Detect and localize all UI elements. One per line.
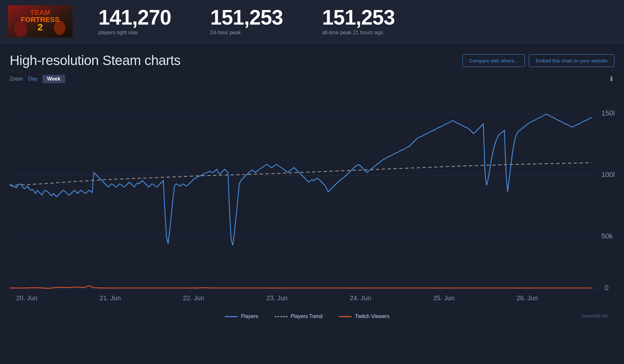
legend-twitch-label: Twitch Viewers (355, 314, 389, 319)
stat-label-now: players right now (98, 30, 171, 36)
stat-24h-peak: 151,253 24-hour peak (197, 7, 296, 36)
svg-text:0: 0 (605, 284, 608, 292)
legend-footer: Players Players Trend Twitch Viewers Ste… (10, 308, 614, 322)
svg-text:50k: 50k (601, 232, 613, 240)
svg-text:20. Jun: 20. Jun (16, 294, 37, 302)
zoom-day-button[interactable]: Day (28, 76, 37, 82)
stat-label-alltime: all-time peak 21 hours ago (322, 30, 395, 36)
embed-button[interactable]: Embed this chart on your website (529, 54, 614, 67)
game-logo: TEAM FORTRESS 2 (8, 5, 73, 38)
svg-point-4 (14, 21, 27, 38)
svg-text:25. Jun: 25. Jun (433, 294, 454, 302)
legend-trend-label: Players Trend (291, 314, 323, 319)
header: TEAM FORTRESS 2 141,270 players right no… (0, 0, 624, 43)
svg-text:23. Jun: 23. Jun (267, 294, 288, 302)
zoom-label: Zoom (10, 76, 23, 82)
legend-players-label: Players (241, 314, 258, 319)
svg-point-5 (54, 21, 65, 35)
svg-text:2: 2 (38, 22, 43, 32)
svg-text:100k: 100k (601, 171, 614, 179)
compare-button[interactable]: Compare with others... (462, 54, 525, 67)
steamdb-credit: SteamDB.info (582, 312, 611, 318)
svg-text:21. Jun: 21. Jun (100, 294, 121, 302)
legend-players: Players (225, 314, 258, 319)
svg-text:150k: 150k (601, 109, 614, 117)
chart-legend: Players Players Trend Twitch Viewers (225, 308, 389, 322)
players-line-icon (225, 316, 238, 317)
chart-title: High-resolution Steam charts (10, 53, 181, 68)
stat-number-24h: 151,253 (210, 7, 283, 28)
svg-text:22. Jun: 22. Jun (183, 294, 204, 302)
stat-number-alltime: 151,253 (322, 7, 395, 28)
twitch-line-icon (339, 316, 352, 317)
download-icon[interactable]: ⬇ (609, 75, 614, 83)
stat-alltime-peak: 151,253 all-time peak 21 hours ago (309, 7, 408, 36)
header-buttons: Compare with others... Embed this chart … (462, 54, 614, 67)
legend-trend: Players Trend (275, 314, 323, 319)
svg-text:24. Jun: 24. Jun (350, 294, 371, 302)
svg-text:26. Jun: 26. Jun (516, 294, 538, 302)
stat-number-now: 141,270 (98, 7, 171, 28)
stat-label-24h: 24-hour peak (210, 30, 283, 36)
zoom-controls: Zoom Day Week ⬇ (10, 75, 614, 83)
chart-header: High-resolution Steam charts Compare wit… (10, 53, 614, 68)
legend-twitch: Twitch Viewers (339, 314, 389, 319)
main-content: High-resolution Steam charts Compare wit… (0, 43, 624, 328)
zoom-week-button[interactable]: Week (42, 75, 65, 83)
svg-rect-6 (10, 88, 595, 295)
trend-line-icon (275, 316, 288, 317)
stat-players-now: 141,270 players right now (85, 7, 184, 36)
chart-svg: 150k 100k 50k 0 20. Jun 21. Jun 22. Jun … (10, 88, 614, 308)
chart-area: 150k 100k 50k 0 20. Jun 21. Jun 22. Jun … (10, 88, 614, 308)
